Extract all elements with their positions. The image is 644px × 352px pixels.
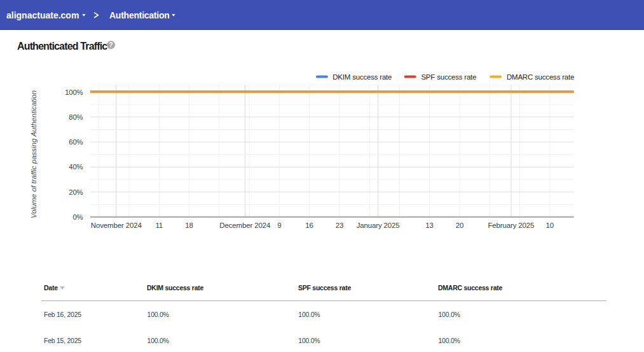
svg-text:January 2025: January 2025 xyxy=(357,222,400,229)
svg-text:Volume of traffic passing Auth: Volume of traffic passing Authentication xyxy=(30,90,38,218)
svg-text:13: 13 xyxy=(425,222,434,229)
svg-text:80%: 80% xyxy=(69,113,83,121)
svg-text:20%: 20% xyxy=(69,188,83,196)
svg-text:November 2024: November 2024 xyxy=(91,222,142,229)
svg-text:February 2025: February 2025 xyxy=(488,222,534,229)
svg-text:18: 18 xyxy=(185,222,193,229)
svg-text:100%: 100% xyxy=(65,88,83,96)
svg-text:11: 11 xyxy=(155,222,163,229)
svg-text:40%: 40% xyxy=(69,163,83,171)
svg-text:DMARC success rate: DMARC success rate xyxy=(507,73,574,81)
svg-text:9: 9 xyxy=(277,222,281,229)
svg-text:60%: 60% xyxy=(69,138,83,146)
svg-text:16: 16 xyxy=(305,222,313,229)
svg-text:0%: 0% xyxy=(72,213,83,221)
svg-text:SPF success rate: SPF success rate xyxy=(421,73,476,81)
svg-text:DKIM success rate: DKIM success rate xyxy=(332,73,392,81)
svg-text:23: 23 xyxy=(336,222,344,229)
svg-text:10: 10 xyxy=(545,222,554,229)
svg-text:20: 20 xyxy=(456,222,464,229)
svg-text:December 2024: December 2024 xyxy=(219,222,271,229)
